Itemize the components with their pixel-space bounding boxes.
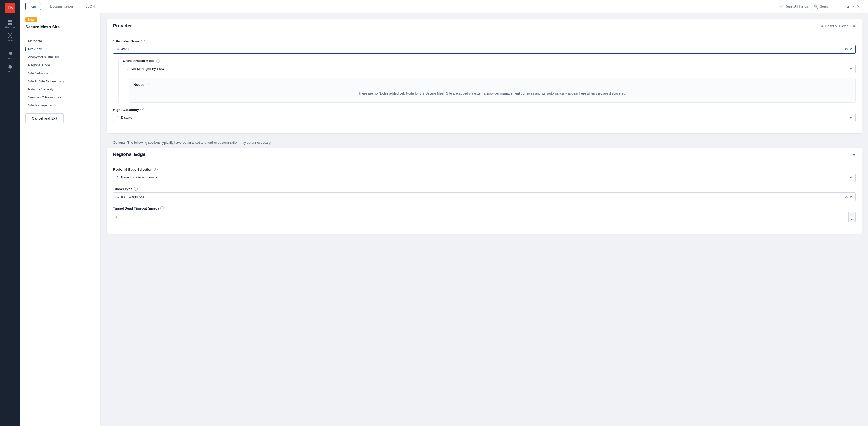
provider-name-field-group: * Provider Name i ⇅ AWS ↺ ∨: [113, 39, 856, 54]
nodes-info-icon[interactable]: i: [147, 83, 150, 87]
nav-item-metadata[interactable]: Metadata: [20, 37, 100, 45]
stepper-up-button[interactable]: ▲: [848, 212, 855, 217]
regional-edge-select-actions: ∨: [849, 175, 852, 179]
svg-line-9: [9, 34, 9, 35]
nav-item-network-security[interactable]: Network Security: [20, 85, 100, 93]
cancel-exit-button[interactable]: Cancel and Exit: [25, 113, 64, 123]
logo-text: F5: [7, 5, 13, 11]
svg-line-10: [11, 34, 11, 35]
high-availability-select[interactable]: ⇅ Disable ∨: [113, 113, 856, 122]
svg-point-6: [11, 33, 12, 34]
high-availability-info-icon[interactable]: i: [141, 108, 144, 111]
provider-name-label-text: Provider Name: [116, 39, 140, 43]
sidebar-icon-overview[interactable]: Overview: [4, 18, 17, 30]
stepper-down-button[interactable]: ▼: [848, 217, 855, 222]
regional-edge-selection-info-icon[interactable]: i: [154, 168, 158, 171]
orchestration-mode-select[interactable]: ⇅ Not Managed By F5XC ∨: [123, 64, 856, 73]
sidebar-icons: Overview Netw Man Noti: [0, 18, 20, 74]
orchestration-select-actions: ∨: [849, 67, 852, 71]
orchestration-mode-field-group: Orchestration Mode i ⇅ Not Managed By F5…: [123, 59, 856, 73]
app-logo[interactable]: F5: [5, 3, 15, 13]
regional-edge-selection-select[interactable]: ⇅ Based on Geo-proximity ∨: [113, 173, 856, 182]
sidebar-icon-bell[interactable]: Noti: [4, 62, 17, 74]
search-icon: 🔍: [814, 4, 818, 8]
tunnel-type-label: Tunnel Type i: [113, 187, 856, 191]
search-input[interactable]: [820, 4, 844, 8]
nav-item-anonymous-html-tile[interactable]: Anonymous Html Tile: [20, 53, 100, 61]
high-availability-chevron-down-icon[interactable]: ∨: [849, 116, 852, 120]
high-availability-select-icon: ⇅: [116, 116, 119, 120]
tunnel-dead-timeout-label: Tunnel Dead Timeout (msec) i: [113, 206, 856, 210]
provider-section-header: Provider ↺ Reset All Fields ∧: [107, 19, 862, 33]
svg-point-7: [8, 36, 9, 38]
sidebar-manage-label: Man: [8, 57, 12, 60]
sidebar-icon-key[interactable]: Man: [4, 50, 17, 61]
tunnel-type-chevron-down-icon[interactable]: ∨: [849, 195, 852, 199]
tunnel-dead-timeout-field-group: Tunnel Dead Timeout (msec) i ▲ ▼: [113, 206, 856, 223]
orchestration-mode-info-icon[interactable]: i: [156, 59, 160, 63]
tunnel-type-select-actions: ✕ ∨: [845, 195, 852, 199]
regional-edge-selection-field-group: Regional Edge Selection i ⇅ Based on Geo…: [113, 168, 856, 182]
nav-item-site-networking[interactable]: Site Networking: [20, 69, 100, 77]
provider-collapse-icon[interactable]: ∧: [852, 24, 856, 29]
search-nav-down[interactable]: ▼: [851, 4, 855, 9]
regional-edge-selection-label-text: Regional Edge Selection: [113, 168, 152, 171]
content-layout: New Secure Mesh Site Metadata Provider A…: [20, 13, 868, 426]
provider-refresh-icon[interactable]: ↺: [845, 47, 848, 51]
provider-section: Provider ↺ Reset All Fields ∧ *: [107, 19, 862, 133]
search-nav: ▲ ▼ ✕: [846, 4, 860, 9]
provider-select-icon: ⇅: [116, 47, 119, 51]
sidebar: F5 Overview Netw Man Noti: [0, 0, 20, 426]
high-availability-select-actions: ∨: [849, 116, 852, 120]
provider-reset-button[interactable]: ↺ Reset All Fields: [820, 24, 848, 28]
regional-edge-selection-label: Regional Edge Selection i: [113, 168, 856, 171]
tunnel-type-select-icon: ⇅: [116, 195, 119, 199]
tunnel-dead-timeout-info-icon[interactable]: i: [160, 206, 164, 210]
tunnel-type-info-icon[interactable]: i: [134, 187, 137, 191]
orchestration-select-icon: ⇅: [126, 67, 129, 70]
nav-item-services-resources[interactable]: Services & Resources: [20, 93, 100, 101]
regional-edge-chevron-down-icon[interactable]: ∨: [849, 175, 852, 179]
regional-edge-header: Regional Edge ∧: [107, 148, 862, 161]
topbar-reset-button[interactable]: ↺ Reset All Fields: [780, 4, 808, 8]
sidebar-overview-label: Overview: [5, 26, 15, 29]
nav-item-provider[interactable]: Provider: [20, 45, 100, 53]
high-availability-label: High Availability i: [113, 108, 856, 111]
svg-rect-1: [10, 21, 12, 22]
orchestration-chevron-down-icon[interactable]: ∨: [849, 67, 852, 71]
tab-form[interactable]: Form: [25, 3, 41, 10]
tunnel-type-clear-icon[interactable]: ✕: [845, 195, 848, 199]
nav-item-regional-edge[interactable]: Regional Edge: [20, 61, 100, 69]
tunnel-dead-timeout-input[interactable]: [113, 213, 848, 221]
provider-chevron-down-icon[interactable]: ∨: [849, 47, 852, 51]
provider-reset-icon: ↺: [820, 24, 824, 28]
provider-section-title: Provider: [113, 23, 132, 29]
regional-edge-selection-value: Based on Geo-proximity: [121, 175, 847, 179]
topbar-right: ↺ Reset All Fields 🔍 ▲ ▼ ✕: [780, 3, 863, 10]
sidebar-icon-network[interactable]: Netw: [4, 31, 17, 43]
nodes-section: Nodes i There are no Nodes added yet. No…: [129, 78, 856, 103]
provider-name-info-icon[interactable]: i: [141, 40, 145, 43]
tab-json[interactable]: JSON: [82, 3, 99, 10]
svg-rect-0: [8, 21, 10, 22]
nav-item-site-to-site-connectivity[interactable]: Site To Site Connectivity: [20, 77, 100, 85]
tunnel-type-select[interactable]: ⇅ IPSEC and SSL ✕ ∨: [113, 192, 856, 201]
search-box: 🔍 ▲ ▼ ✕: [811, 3, 863, 10]
svg-rect-3: [10, 23, 12, 25]
regional-edge-collapse-icon[interactable]: ∧: [852, 152, 856, 157]
search-close-icon[interactable]: ✕: [856, 4, 860, 9]
tunnel-type-label-text: Tunnel Type: [113, 187, 132, 191]
reset-label: Reset All Fields: [784, 4, 808, 8]
high-availability-field-group: High Availability i ⇅ Disable ∨: [113, 108, 856, 122]
search-nav-up[interactable]: ▲: [846, 4, 850, 9]
cancel-footer: Cancel and Exit: [20, 109, 100, 127]
svg-point-8: [11, 36, 12, 38]
tunnel-type-field-group: Tunnel Type i ⇅ IPSEC and SSL ✕ ∨: [113, 187, 856, 201]
regional-edge-section: Regional Edge ∧ Regional Edge Selection …: [107, 148, 862, 234]
svg-point-4: [9, 35, 11, 36]
orchestration-mode-value: Not Managed By F5XC: [131, 67, 847, 71]
nav-item-site-management[interactable]: Site Management: [20, 101, 100, 109]
tab-documentation[interactable]: Documentation: [46, 3, 76, 10]
regional-edge-select-icon: ⇅: [116, 175, 119, 179]
provider-name-select[interactable]: ⇅ AWS ↺ ∨: [113, 45, 856, 54]
